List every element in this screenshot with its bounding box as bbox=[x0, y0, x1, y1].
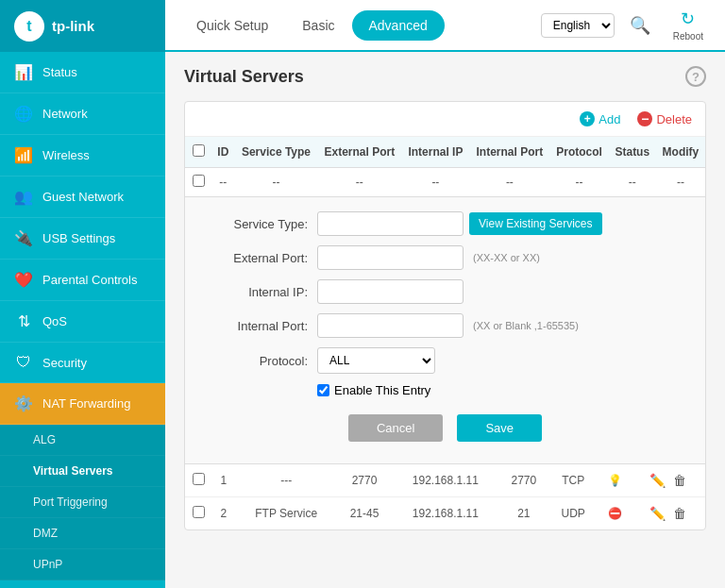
empty-ext-port: -- bbox=[317, 168, 401, 197]
internal-port-label: Internal Port: bbox=[204, 319, 308, 333]
header-status: Status bbox=[609, 137, 656, 168]
sub-label-virtual-servers: Virtual Servers bbox=[33, 464, 113, 478]
sub-label-port-triggering: Port Triggering bbox=[33, 496, 108, 509]
sub-label-upnp: UPnP bbox=[33, 558, 62, 571]
sidebar-item-qos[interactable]: ⇅ QoS bbox=[0, 301, 165, 343]
sidebar-label-security: Security bbox=[42, 356, 87, 370]
empty-status: -- bbox=[609, 168, 656, 197]
sidebar-item-status[interactable]: 📊 Status bbox=[0, 52, 165, 93]
sidebar: t tp-link 📊 Status 🌐 Network 📶 Wireless … bbox=[0, 0, 165, 588]
protocol-label: Protocol: bbox=[204, 354, 308, 368]
internal-ip-label: Internal IP: bbox=[204, 285, 308, 299]
empty-modify: -- bbox=[656, 168, 705, 197]
help-icon[interactable]: ? bbox=[685, 66, 706, 87]
form-row-protocol: Protocol: ALL TCP UDP TCP/UDP bbox=[204, 347, 686, 374]
row2-modify: ✏️ 🗑 bbox=[632, 497, 705, 530]
sidebar-label-parental: Parental Controls bbox=[42, 273, 137, 287]
logo-text: tp-link bbox=[52, 18, 94, 34]
row1-status-icon[interactable]: 💡 bbox=[608, 474, 622, 487]
topbar-quick-setup[interactable]: Quick Setup bbox=[179, 10, 285, 41]
wireless-icon: 📶 bbox=[14, 146, 33, 164]
sub-item-port-triggering[interactable]: Port Triggering bbox=[0, 487, 165, 518]
sidebar-item-network[interactable]: 🌐 Network bbox=[0, 93, 165, 135]
logo: t tp-link bbox=[0, 0, 165, 52]
row1-edit-icon[interactable]: ✏️ bbox=[648, 471, 666, 490]
sidebar-item-guest-network[interactable]: 👥 Guest Network bbox=[0, 176, 165, 218]
row2-protocol: UDP bbox=[548, 497, 597, 530]
qos-icon: ⇅ bbox=[14, 312, 33, 330]
sidebar-item-usb-settings[interactable]: 🔌 USB Settings bbox=[0, 218, 165, 260]
sidebar-item-nat-forwarding[interactable]: ⚙️ NAT Forwarding bbox=[0, 383, 165, 425]
sub-item-alg[interactable]: ALG bbox=[0, 425, 165, 456]
internal-port-hint: (XX or Blank ,1-65535) bbox=[473, 320, 579, 331]
sidebar-nav: 📊 Status 🌐 Network 📶 Wireless 👥 Guest Ne… bbox=[0, 52, 165, 588]
header-id: ID bbox=[211, 137, 235, 168]
external-port-input[interactable] bbox=[317, 245, 464, 270]
topbar-advanced[interactable]: Advanced bbox=[352, 10, 445, 41]
service-type-input[interactable] bbox=[317, 211, 464, 236]
empty-cb bbox=[185, 168, 211, 197]
reboot-button[interactable]: ↻ Reboot bbox=[666, 5, 711, 45]
sidebar-item-security[interactable]: 🛡 Security bbox=[0, 343, 165, 383]
reboot-icon: ↻ bbox=[681, 8, 695, 29]
row1-internal-ip: 192.168.1.11 bbox=[392, 464, 498, 497]
sidebar-label-guest: Guest Network bbox=[42, 190, 124, 204]
delete-icon: − bbox=[637, 111, 652, 126]
row1-external-port: 2770 bbox=[337, 464, 393, 497]
form-actions: Cancel Save bbox=[204, 407, 686, 449]
row2-external-port: 21-45 bbox=[337, 497, 393, 530]
sidebar-item-wireless[interactable]: 📶 Wireless bbox=[0, 135, 165, 176]
enable-entry-checkbox[interactable] bbox=[317, 384, 329, 396]
header-checkbox-col bbox=[185, 137, 211, 168]
internal-ip-input[interactable] bbox=[317, 279, 464, 304]
page-header: Virtual Servers ? bbox=[184, 66, 706, 87]
topbar-basic[interactable]: Basic bbox=[285, 10, 351, 41]
empty-protocol: -- bbox=[549, 168, 608, 197]
row1-checkbox[interactable] bbox=[193, 473, 205, 485]
row2-checkbox[interactable] bbox=[193, 506, 205, 518]
row-checkbox-empty[interactable] bbox=[193, 175, 205, 187]
form-row-internal-ip: Internal IP: bbox=[204, 279, 686, 304]
add-icon: + bbox=[580, 111, 595, 126]
enable-entry-label: Enable This Entry bbox=[334, 383, 430, 397]
delete-button[interactable]: − Delete bbox=[633, 109, 696, 128]
reboot-label: Reboot bbox=[673, 31, 703, 42]
external-port-label: External Port: bbox=[204, 251, 308, 265]
sub-item-upnp[interactable]: UPnP bbox=[0, 549, 165, 580]
row2-edit-icon[interactable]: ✏️ bbox=[648, 504, 666, 523]
row2-delete-icon[interactable]: 🗑 bbox=[670, 504, 689, 523]
add-button[interactable]: + Add bbox=[576, 109, 624, 128]
topbar: Quick Setup Basic Advanced English 🔍 ↻ R… bbox=[165, 0, 725, 52]
search-button[interactable]: 🔍 bbox=[622, 11, 658, 40]
sidebar-label-status: Status bbox=[42, 65, 77, 79]
row1-modify: ✏️ 🗑 bbox=[632, 464, 705, 497]
sub-label-dmz: DMZ bbox=[33, 527, 58, 540]
virtual-servers-data-table: 1 --- 2770 192.168.1.11 2770 TCP 💡 ✏️ � bbox=[185, 464, 705, 529]
guest-icon: 👥 bbox=[14, 188, 33, 206]
internal-port-input[interactable] bbox=[317, 313, 464, 338]
logo-icon: t bbox=[14, 11, 44, 42]
row1-actions: ✏️ 🗑 bbox=[638, 471, 700, 490]
virtual-server-form: Service Type: View Existing Services Ext… bbox=[185, 196, 705, 464]
row2-internal-port: 21 bbox=[498, 497, 548, 530]
parental-icon: ❤️ bbox=[14, 271, 33, 289]
view-existing-services-button[interactable]: View Existing Services bbox=[469, 212, 602, 235]
select-all-checkbox[interactable] bbox=[193, 144, 205, 157]
content-area: Virtual Servers ? + Add − Delete bbox=[165, 52, 725, 588]
sub-label-alg: ALG bbox=[33, 433, 56, 446]
row2-status-icon[interactable]: ⛔ bbox=[608, 507, 622, 520]
row1-id: 1 bbox=[211, 464, 236, 497]
topbar-right: English 🔍 ↻ Reboot bbox=[541, 5, 711, 45]
usb-icon: 🔌 bbox=[14, 229, 33, 247]
sub-item-virtual-servers[interactable]: Virtual Servers bbox=[0, 456, 165, 487]
row1-delete-icon[interactable]: 🗑 bbox=[670, 471, 689, 490]
sidebar-item-parental-controls[interactable]: ❤️ Parental Controls bbox=[0, 260, 165, 301]
save-button[interactable]: Save bbox=[457, 414, 542, 442]
sidebar-label-wireless: Wireless bbox=[42, 148, 90, 162]
protocol-select[interactable]: ALL TCP UDP TCP/UDP bbox=[317, 347, 435, 374]
row2-status: ⛔ bbox=[598, 497, 632, 530]
row1-status: 💡 bbox=[598, 464, 632, 497]
language-select[interactable]: English bbox=[541, 13, 615, 38]
cancel-button[interactable]: Cancel bbox=[348, 414, 443, 442]
sub-item-dmz[interactable]: DMZ bbox=[0, 518, 165, 549]
